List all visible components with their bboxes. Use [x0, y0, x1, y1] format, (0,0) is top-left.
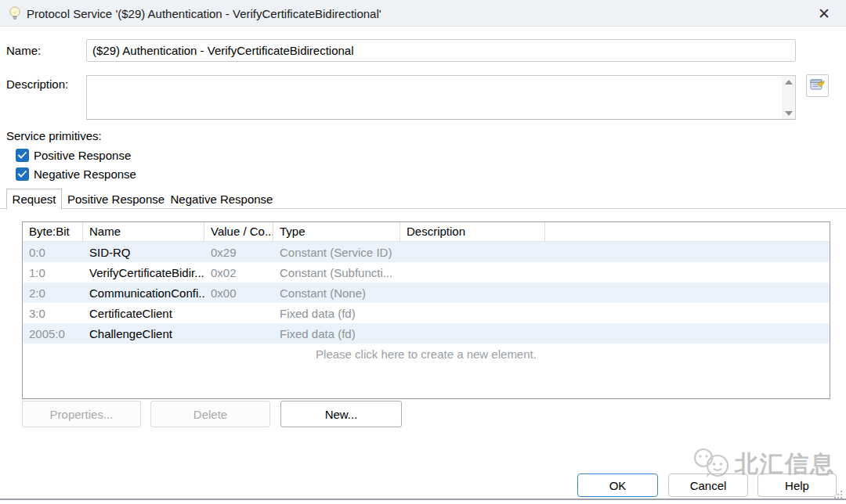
resize-grip-icon[interactable]	[833, 488, 843, 502]
description-textarea[interactable]	[86, 75, 796, 120]
cell-type: Constant (Service ID)	[273, 246, 400, 259]
delete-button[interactable]: Delete	[150, 401, 270, 427]
dialog-bottom-border	[0, 499, 846, 500]
column-header-spacer	[545, 222, 830, 241]
cell-value: 0x00	[204, 286, 273, 300]
cell-type: Fixed data (fd)	[273, 307, 400, 320]
cell-type: Fixed data (fd)	[273, 327, 400, 340]
column-header-byte-bit[interactable]: Byte:Bit	[23, 222, 83, 241]
cell-byte-bit: 0:0	[23, 246, 83, 259]
column-header-description[interactable]: Description	[400, 222, 545, 241]
name-label: Name:	[6, 44, 41, 57]
description-label: Description:	[6, 77, 68, 91]
cell-byte-bit: 3:0	[23, 307, 83, 320]
table-row[interactable]: 0:0 SID-RQ 0x29 Constant (Service ID)	[23, 242, 830, 262]
checked-checkbox-icon	[16, 149, 29, 162]
dialog-title: Protocol Service '($29) Authentication -…	[27, 0, 381, 27]
tab-positive-response[interactable]: Positive Response	[66, 189, 166, 209]
cell-byte-bit: 2005:0	[23, 327, 83, 340]
table-row[interactable]: 1:0 VerifyCertificateBidir... 0x02 Const…	[23, 262, 830, 283]
cell-value: 0x29	[204, 246, 273, 259]
description-scrollbar[interactable]	[782, 76, 795, 119]
close-icon[interactable]: ✕	[813, 4, 835, 23]
checkbox-label: Positive Response	[34, 149, 131, 162]
column-header-value[interactable]: Value / Co...	[204, 222, 273, 241]
column-header-name[interactable]: Name	[83, 222, 204, 241]
name-input[interactable]	[86, 39, 796, 62]
table-header: Byte:Bit Name Value / Co... Type Descrip…	[23, 222, 830, 242]
scroll-up-icon[interactable]	[782, 76, 795, 88]
checkbox-positive-response[interactable]: Positive Response	[16, 149, 131, 162]
edit-description-button[interactable]	[806, 74, 829, 97]
cell-name: CertificateClient	[83, 307, 204, 320]
tab-request[interactable]: Request	[6, 189, 62, 210]
ok-button[interactable]: OK	[577, 473, 658, 497]
title-bar: Protocol Service '($29) Authentication -…	[0, 0, 846, 27]
form-edit-icon	[810, 77, 826, 95]
cell-type: Constant (Subfuncti...	[273, 266, 400, 279]
checked-checkbox-icon	[16, 167, 29, 181]
checkbox-label: Negative Response	[34, 167, 136, 181]
cell-name: SID-RQ	[83, 246, 204, 259]
protocol-service-dialog: Protocol Service '($29) Authentication -…	[0, 0, 846, 504]
scroll-down-icon[interactable]	[782, 107, 795, 119]
cell-byte-bit: 1:0	[23, 266, 83, 279]
cell-name: ChallengeClient	[83, 327, 204, 340]
cell-byte-bit: 2:0	[23, 286, 83, 300]
parameters-table: Byte:Bit Name Value / Co... Type Descrip…	[22, 221, 830, 399]
tab-strip: Request Positive Response Negative Respo…	[0, 189, 846, 209]
checkbox-negative-response[interactable]: Negative Response	[16, 167, 136, 181]
description-value	[87, 76, 781, 119]
cancel-button[interactable]: Cancel	[668, 473, 748, 497]
properties-button[interactable]: Properties...	[22, 401, 141, 427]
table-row[interactable]: 2:0 CommunicationConfi... 0x00 Constant …	[23, 283, 830, 303]
cell-name: CommunicationConfi...	[83, 286, 204, 300]
table-row[interactable]: 3:0 CertificateClient Fixed data (fd)	[23, 303, 830, 323]
tab-negative-response[interactable]: Negative Response	[169, 189, 274, 209]
column-header-type[interactable]: Type	[273, 222, 400, 241]
cell-value: 0x02	[204, 266, 273, 279]
help-button[interactable]: Help	[757, 473, 837, 497]
service-primitives-label: Service primitives:	[6, 129, 102, 142]
cell-type: Constant (None)	[273, 286, 400, 300]
cell-name: VerifyCertificateBidir...	[83, 266, 204, 279]
new-button[interactable]: New...	[280, 401, 402, 427]
table-row[interactable]: 2005:0 ChallengeClient Fixed data (fd)	[23, 323, 830, 344]
lightbulb-icon	[8, 5, 22, 25]
create-new-element-link[interactable]: Please click here to create a new elemen…	[23, 344, 830, 364]
